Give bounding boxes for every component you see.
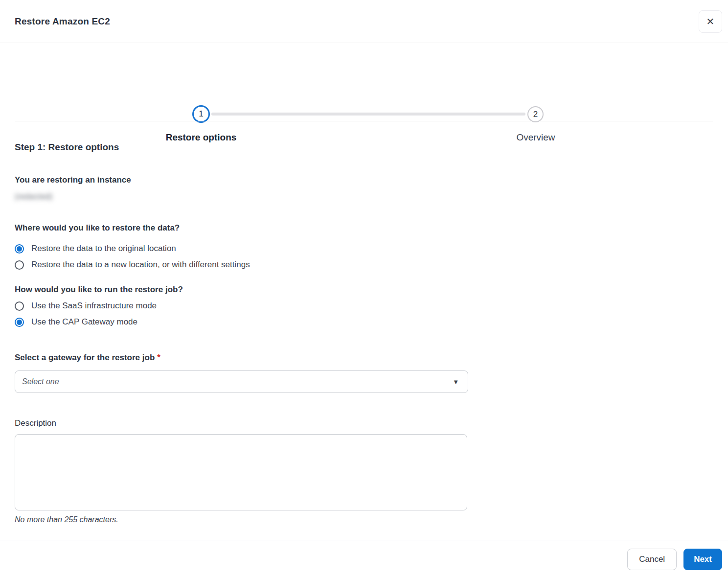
wizard-stepper: 1 2 Restore options Overview	[0, 43, 728, 121]
radio-icon[interactable]	[15, 301, 24, 311]
radio-icon[interactable]	[15, 244, 24, 254]
chevron-down-icon: ▼	[453, 379, 459, 385]
gateway-select-label-text: Select a gateway for the restore job	[15, 353, 155, 362]
step-1-label: Restore options	[142, 132, 260, 143]
where-question-label: Where would you like to restore the data…	[15, 223, 713, 233]
step-heading: Step 1: Restore options	[15, 142, 713, 153]
dialog-title: Restore Amazon EC2	[15, 16, 110, 27]
description-label: Description	[15, 418, 713, 428]
close-icon: ✕	[706, 17, 715, 26]
radio-option-new-location[interactable]: Restore the data to a new location, or w…	[15, 260, 713, 270]
step-2-circle: 2	[527, 106, 544, 122]
radio-option-saas-mode[interactable]: Use the SaaS infrastructure mode	[15, 301, 713, 311]
close-button[interactable]: ✕	[699, 10, 722, 33]
radio-option-label: Restore the data to the original locatio…	[31, 244, 176, 254]
required-asterisk: *	[157, 353, 160, 362]
gateway-select-label: Select a gateway for the restore job*	[15, 353, 713, 363]
step-1-number: 1	[199, 109, 203, 119]
description-textarea[interactable]	[15, 434, 467, 510]
instance-name-redacted: (redacted)	[15, 192, 52, 202]
step-content: Step 1: Restore options You are restorin…	[0, 142, 728, 524]
dialog-footer: Cancel Next	[0, 540, 728, 578]
description-helper-text: No more than 255 characters.	[15, 515, 713, 524]
stepper-progress-line	[211, 113, 525, 116]
step-2-label: Overview	[487, 132, 585, 143]
radio-option-original-location[interactable]: Restore the data to the original locatio…	[15, 244, 713, 254]
dialog-header: Restore Amazon EC2 ✕	[0, 0, 728, 43]
radio-option-label: Restore the data to a new location, or w…	[31, 260, 250, 270]
instance-section-label: You are restoring an instance	[15, 175, 713, 185]
how-question-label: How would you like to run the restore jo…	[15, 285, 713, 295]
radio-option-label: Use the SaaS infrastructure mode	[31, 301, 157, 311]
step-1-circle: 1	[192, 105, 210, 123]
radio-option-label: Use the CAP Gateway mode	[31, 317, 137, 327]
gateway-select-dropdown[interactable]: Select one ▼	[15, 370, 468, 393]
radio-icon[interactable]	[15, 260, 24, 270]
radio-option-cap-gateway-mode[interactable]: Use the CAP Gateway mode	[15, 317, 713, 327]
stepper-divider	[15, 121, 713, 121]
radio-icon[interactable]	[15, 318, 24, 327]
next-button[interactable]: Next	[683, 549, 722, 570]
step-2-number: 2	[533, 110, 538, 119]
cancel-button[interactable]: Cancel	[627, 549, 677, 570]
gateway-select-placeholder: Select one	[22, 377, 59, 386]
